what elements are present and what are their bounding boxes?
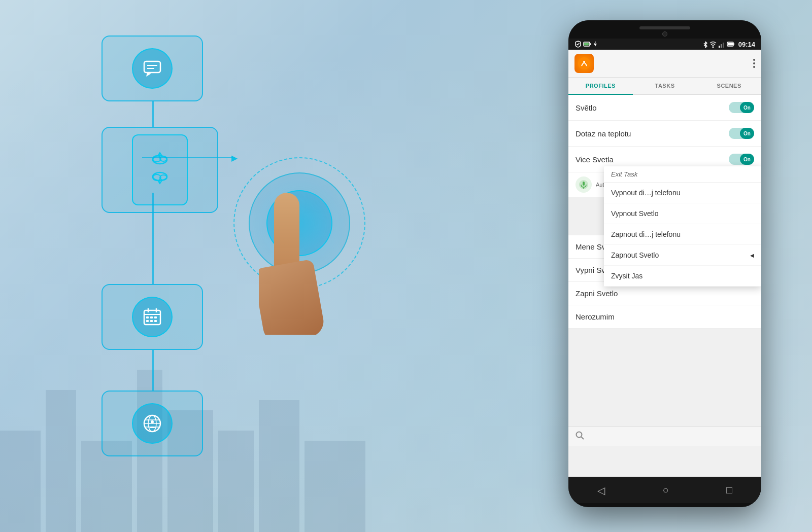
- globe-icon: [132, 403, 173, 444]
- battery-full-icon: [727, 41, 735, 47]
- app-logo: [574, 54, 594, 73]
- phone-bottom-bar: [568, 503, 761, 507]
- phone-top: [568, 20, 761, 39]
- profile-svetlo-name: Světlo: [576, 103, 597, 112]
- switch-vice-label: On: [740, 154, 754, 165]
- phone-screen[interactable]: PROFILES TASKS SCENES Světlo On Dotaz na…: [568, 50, 761, 477]
- switch-dotaz-track: On: [729, 128, 754, 139]
- menu-item-3[interactable]: Zapnout Svetlo ◀: [604, 245, 761, 266]
- svg-point-44: [577, 432, 582, 438]
- svg-line-45: [581, 437, 584, 439]
- profile-nerozumim[interactable]: Nerozumim: [568, 305, 761, 329]
- calendar-icon-box: [101, 284, 203, 350]
- cloud-down-icon: [151, 171, 169, 189]
- app-tabs: PROFILES TASKS SCENES: [568, 78, 761, 95]
- svg-rect-19: [150, 320, 153, 322]
- svg-rect-37: [733, 43, 734, 45]
- menu-item-4[interactable]: Zvysit Jas: [604, 266, 761, 287]
- nav-recent-button[interactable]: □: [726, 484, 732, 496]
- svg-rect-20: [154, 320, 157, 322]
- svg-rect-0: [144, 61, 160, 73]
- chat-icon: [132, 48, 173, 89]
- toggle-svetlo[interactable]: On: [721, 102, 754, 113]
- svg-rect-16: [150, 316, 153, 318]
- tab-profiles[interactable]: PROFILES: [568, 78, 633, 94]
- switch-svetlo-label: On: [740, 102, 754, 113]
- dot-2: [753, 62, 755, 64]
- signal-icon: [718, 41, 725, 48]
- battery-status-icon: [583, 41, 591, 48]
- bluetooth-icon: [703, 41, 708, 48]
- menu-item-2[interactable]: Zapnout di…j telefonu: [604, 224, 761, 245]
- palm: [259, 259, 325, 335]
- context-menu: Exit Task Vypnout di…j telefonu Vypnout …: [604, 166, 761, 287]
- toggle-vice[interactable]: On: [721, 154, 754, 165]
- globe-icon-box: [101, 391, 203, 456]
- tab-tasks[interactable]: TASKS: [633, 78, 697, 94]
- menu-item-0-label: Vypnout di…j telefonu: [611, 189, 680, 197]
- menu-item-3-label: Zapnout Svetlo: [611, 251, 659, 259]
- status-left-icons: [574, 41, 598, 48]
- profile-dotaz-name: Dotaz na teplotu: [576, 129, 631, 138]
- phone-cloud-container: [132, 134, 188, 205]
- autovoice-icon: [576, 176, 592, 193]
- profile-list: Světlo On Dotaz na teplotu On Vice Sve: [568, 95, 761, 172]
- switch-dotaz-label: On: [740, 128, 754, 139]
- search-icon: [576, 431, 585, 442]
- status-time: 09:14: [738, 41, 755, 48]
- profile-dotaz[interactable]: Dotaz na teplotu On: [568, 121, 761, 147]
- svg-rect-15: [146, 316, 149, 318]
- camera: [662, 31, 667, 37]
- svg-rect-29: [584, 43, 589, 46]
- app-header: [568, 50, 761, 78]
- profile-vice-name: Vice Svetla: [576, 155, 614, 164]
- svg-rect-35: [723, 43, 724, 48]
- dot-3: [753, 66, 755, 68]
- touch-area: [203, 142, 406, 396]
- shield-status-icon: [574, 41, 582, 48]
- phone-nav: ◁ ○ □: [568, 477, 761, 503]
- cloud-icon-box: [101, 127, 218, 213]
- menu-item-4-label: Zvysit Jas: [611, 272, 642, 280]
- menu-item-2-label: Zapnout di…j telefonu: [611, 230, 681, 238]
- connector-3: [152, 350, 154, 391]
- svg-rect-42: [583, 182, 585, 186]
- svg-point-32: [712, 47, 714, 48]
- app-menu-dots[interactable]: [753, 59, 755, 68]
- profile-svetlo[interactable]: Světlo On: [568, 95, 761, 121]
- svg-point-26: [151, 420, 154, 423]
- search-bar[interactable]: [568, 427, 761, 446]
- nav-home-button[interactable]: ○: [662, 484, 668, 496]
- svg-rect-33: [719, 46, 720, 48]
- wifi-icon: [709, 41, 717, 48]
- cloud-up-icon: [151, 151, 169, 168]
- menu-item-3-arrow: ◀: [750, 253, 754, 258]
- nav-back-button[interactable]: ◁: [597, 484, 605, 496]
- chat-icon-box: [101, 36, 203, 101]
- speaker: [639, 26, 690, 29]
- svg-rect-34: [721, 44, 722, 48]
- menu-item-0[interactable]: Vypnout di…j telefonu: [604, 183, 761, 203]
- svg-rect-18: [146, 320, 149, 322]
- switch-vice-track: On: [729, 154, 754, 165]
- svg-rect-28: [590, 43, 591, 45]
- tab-scenes[interactable]: SCENES: [697, 78, 761, 94]
- connector-1: [152, 101, 154, 127]
- svg-rect-17: [154, 316, 157, 318]
- dot-1: [753, 59, 755, 61]
- svg-rect-38: [728, 43, 733, 46]
- lightning-status-icon: [593, 41, 598, 48]
- svg-point-40: [583, 61, 585, 63]
- calendar-icon: [132, 297, 173, 337]
- status-bar: 09:14: [568, 39, 761, 50]
- switch-svetlo-track: On: [729, 102, 754, 113]
- smartphone: 09:14 PROFILES TASKS SCENES: [568, 20, 761, 507]
- hand-container: [259, 193, 325, 335]
- context-menu-header: Exit Task: [604, 166, 761, 183]
- connector-2: [152, 193, 154, 284]
- status-right-icons: 09:14: [703, 41, 755, 48]
- menu-item-1[interactable]: Vypnout Svetlo: [604, 203, 761, 224]
- toggle-dotaz[interactable]: On: [721, 128, 754, 139]
- menu-item-1-label: Vypnout Svetlo: [611, 209, 659, 218]
